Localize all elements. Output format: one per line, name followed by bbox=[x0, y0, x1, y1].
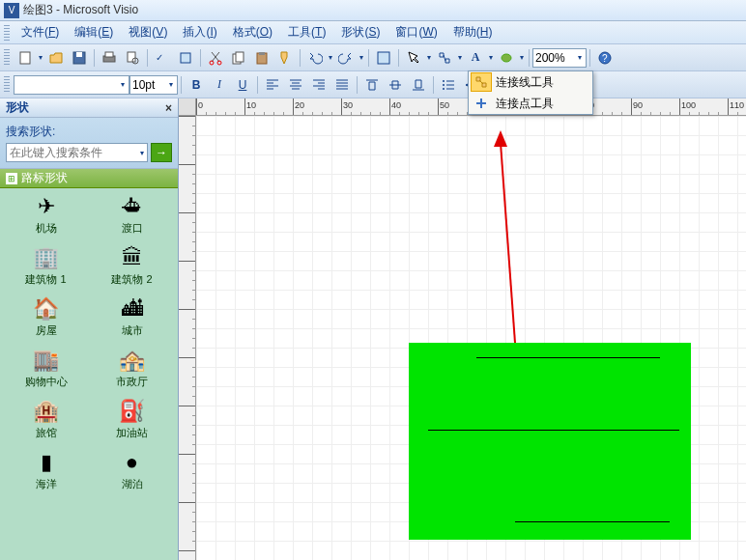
toolbar-grip[interactable] bbox=[4, 49, 10, 67]
toolbar-grip[interactable] bbox=[4, 76, 10, 94]
menu-tools[interactable]: 工具(T) bbox=[280, 22, 333, 42]
font-size-combo[interactable]: ▾ bbox=[129, 75, 178, 95]
shape-label: 湖泊 bbox=[122, 477, 143, 491]
shape-item[interactable]: 🏢建筑物 1 bbox=[6, 245, 86, 287]
drawing-canvas[interactable] bbox=[196, 116, 746, 560]
menu-view[interactable]: 视图(V) bbox=[121, 22, 175, 42]
text-dropdown[interactable]: ▾ bbox=[487, 53, 495, 62]
print-button[interactable] bbox=[99, 47, 120, 69]
format-painter-button[interactable] bbox=[274, 47, 296, 69]
shape-item[interactable]: 🏬购物中心 bbox=[6, 348, 86, 389]
align-left-button[interactable] bbox=[262, 74, 283, 96]
research-button[interactable] bbox=[175, 47, 196, 69]
align-top-button[interactable] bbox=[361, 74, 383, 96]
menu-shape[interactable]: 形状(S) bbox=[333, 22, 387, 42]
align-right-button[interactable] bbox=[308, 74, 330, 96]
shape-item[interactable]: ▮海洋 bbox=[6, 450, 86, 491]
copy-button[interactable] bbox=[228, 47, 249, 69]
separator bbox=[529, 49, 530, 67]
shape-item[interactable]: ⛴渡口 bbox=[92, 194, 172, 236]
main-area: 形状 × 搜索形状: ▾ → ⊞ 路标形状 ✈机场⛴渡口🏢建筑物 1🏛建筑物 2… bbox=[0, 98, 746, 560]
redo-button[interactable] bbox=[335, 47, 357, 69]
cut-button[interactable] bbox=[205, 47, 226, 69]
shape-glyph-icon: 🏠 bbox=[31, 296, 62, 322]
redo-dropdown[interactable]: ▾ bbox=[358, 53, 365, 62]
shape-line[interactable] bbox=[476, 357, 660, 358]
menu-format[interactable]: 格式(O) bbox=[225, 22, 280, 42]
menu-grip[interactable] bbox=[4, 25, 10, 41]
ink-tool-button[interactable] bbox=[496, 47, 517, 69]
search-go-button[interactable]: → bbox=[151, 143, 172, 162]
bold-button[interactable]: B bbox=[186, 74, 207, 96]
new-button[interactable] bbox=[14, 47, 36, 69]
shapes-pane-title: 形状 bbox=[6, 99, 165, 116]
close-icon[interactable]: × bbox=[165, 101, 172, 115]
menu-edit[interactable]: 编辑(E) bbox=[67, 22, 121, 42]
shape-glyph-icon: 🏤 bbox=[117, 348, 148, 373]
ruler-corner bbox=[179, 98, 196, 116]
zoom-dropdown[interactable]: ▾ bbox=[576, 53, 584, 62]
shape-label: 建筑物 2 bbox=[111, 272, 152, 287]
print-preview-button[interactable] bbox=[122, 47, 143, 69]
font-size-dropdown[interactable]: ▾ bbox=[167, 80, 175, 89]
search-combo[interactable]: ▾ bbox=[6, 143, 148, 162]
stencil-title-bar[interactable]: ⊞ 路标形状 bbox=[0, 169, 178, 188]
svg-rect-12 bbox=[236, 52, 244, 62]
spellcheck-button[interactable]: ✓ bbox=[152, 47, 173, 69]
menu-file[interactable]: 文件(F) bbox=[14, 22, 67, 42]
pointer-dropdown[interactable]: ▾ bbox=[425, 53, 433, 62]
font-name-dropdown[interactable]: ▾ bbox=[119, 80, 127, 89]
shape-item[interactable]: ✈机场 bbox=[6, 194, 86, 236]
green-rectangle-shape[interactable] bbox=[409, 343, 691, 540]
align-middle-button[interactable] bbox=[385, 74, 406, 96]
shape-item[interactable]: 🏤市政厅 bbox=[92, 348, 172, 389]
popup-item-connection-point[interactable]: 连接点工具 bbox=[469, 93, 592, 114]
popup-item-connector-line[interactable]: 连接线工具 bbox=[469, 71, 592, 93]
shape-item[interactable]: 🏠房屋 bbox=[6, 296, 86, 338]
help-button[interactable]: ? bbox=[594, 47, 616, 69]
paste-button[interactable] bbox=[251, 47, 273, 69]
shape-item[interactable]: 🏛建筑物 2 bbox=[92, 245, 172, 287]
italic-button[interactable]: I bbox=[209, 74, 230, 96]
align-bottom-button[interactable] bbox=[408, 74, 429, 96]
popup-item-label: 连接点工具 bbox=[496, 96, 554, 112]
shape-line[interactable] bbox=[515, 521, 670, 522]
search-input[interactable] bbox=[7, 146, 137, 159]
menu-window[interactable]: 窗口(W) bbox=[387, 22, 445, 42]
connector-tool-button[interactable] bbox=[434, 47, 455, 69]
undo-dropdown[interactable]: ▾ bbox=[327, 53, 334, 62]
open-button[interactable] bbox=[45, 47, 67, 69]
ink-dropdown[interactable]: ▾ bbox=[518, 53, 526, 62]
zoom-combo[interactable]: ▾ bbox=[532, 48, 587, 68]
save-button[interactable] bbox=[69, 47, 90, 69]
connector-dropdown[interactable]: ▾ bbox=[456, 53, 464, 62]
font-size-value[interactable] bbox=[132, 78, 167, 92]
shape-item[interactable]: ⛽加油站 bbox=[92, 399, 172, 440]
shape-label: 渡口 bbox=[122, 221, 143, 236]
shapes-pane-header: 形状 × bbox=[0, 98, 178, 118]
font-name-combo[interactable]: ▾ bbox=[14, 75, 129, 95]
svg-point-19 bbox=[443, 80, 445, 82]
menu-help[interactable]: 帮助(H) bbox=[445, 22, 501, 42]
menu-insert[interactable]: 插入(I) bbox=[175, 22, 224, 42]
shape-item[interactable]: ●湖泊 bbox=[92, 450, 172, 491]
shape-glyph-icon: ⛴ bbox=[117, 194, 148, 219]
shape-item[interactable]: 🏨旅馆 bbox=[6, 399, 86, 440]
shape-label: 市政厅 bbox=[116, 375, 148, 389]
underline-button[interactable]: U bbox=[232, 74, 253, 96]
align-center-button[interactable] bbox=[285, 74, 306, 96]
separator bbox=[368, 49, 369, 67]
new-dropdown[interactable]: ▾ bbox=[37, 53, 44, 62]
zoom-value[interactable] bbox=[535, 51, 576, 65]
undo-button[interactable] bbox=[304, 47, 326, 69]
shape-line[interactable] bbox=[428, 430, 679, 431]
vertical-ruler bbox=[179, 116, 196, 560]
pointer-tool-button[interactable] bbox=[403, 47, 424, 69]
align-justify-button[interactable] bbox=[331, 74, 353, 96]
font-name-value[interactable] bbox=[16, 78, 119, 92]
text-tool-button[interactable]: A bbox=[465, 47, 486, 69]
shape-item[interactable]: 🏙城市 bbox=[92, 296, 172, 338]
search-dropdown[interactable]: ▾ bbox=[137, 149, 147, 157]
shapes-window-button[interactable] bbox=[373, 47, 394, 69]
bullets-button[interactable] bbox=[438, 74, 459, 96]
